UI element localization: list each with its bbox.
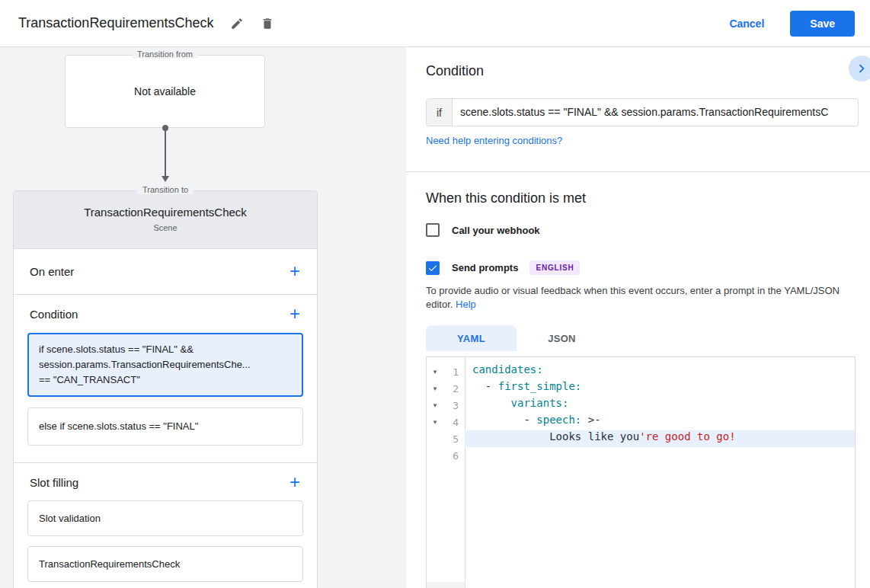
pencil-icon xyxy=(230,17,244,30)
page-title: TransactionRequirementsCheck xyxy=(18,15,213,31)
transition-from-label: Transition from xyxy=(132,50,198,59)
chevron-right-icon xyxy=(853,60,870,77)
condition-line: == "CAN_TRANSACT" xyxy=(39,372,292,388)
editor-tabs: YAML JSON xyxy=(426,325,607,351)
scene-card-header: TransactionRequirementsCheck Scene xyxy=(14,191,317,249)
connector-dot xyxy=(162,125,168,131)
send-prompts-checkbox-row[interactable]: Send prompts ENGLISH xyxy=(426,260,580,275)
slot-item[interactable]: Slot validation xyxy=(27,500,303,536)
check-icon xyxy=(427,263,438,273)
edit-title-button[interactable] xyxy=(227,14,247,34)
if-label: if xyxy=(427,99,453,126)
arrowhead-icon xyxy=(162,176,169,182)
diagram-panel: Transition from Not available Transition… xyxy=(0,47,406,588)
condition-line: if scene.slots.status == "FINAL" && xyxy=(39,342,292,357)
condition-item[interactable]: else if scene.slots.status == "FINAL" xyxy=(27,407,303,446)
prompt-description: To provide audio or visual feedback when… xyxy=(426,284,856,312)
fold-arrow-icon[interactable]: ▾ xyxy=(427,401,443,409)
tab-yaml[interactable]: YAML xyxy=(426,325,517,351)
condition-item-selected[interactable]: if scene.slots.status == "FINAL" && sess… xyxy=(27,333,303,397)
code-editor[interactable]: ▾1candidates:▾2 - first_simple:▾3 varian… xyxy=(426,356,856,588)
condition-section-label: Condition xyxy=(27,308,78,321)
code-line: Looks like you're good to go! xyxy=(465,430,855,447)
code-line: - first_simple: xyxy=(465,380,855,397)
line-number: 1 xyxy=(443,366,465,378)
add-condition-button[interactable]: + xyxy=(286,305,303,322)
editor-line[interactable]: ▾4 - speech: >- xyxy=(427,414,855,430)
send-prompts-label: Send prompts xyxy=(452,262,518,273)
topbar: TransactionRequirementsCheck Cancel Save xyxy=(0,0,870,47)
line-number: 5 xyxy=(443,433,465,445)
line-number: 6 xyxy=(443,450,465,462)
tab-json[interactable]: JSON xyxy=(517,325,607,351)
trash-icon xyxy=(261,17,274,30)
code-line: candidates: xyxy=(465,363,855,380)
cancel-button[interactable]: Cancel xyxy=(729,18,764,30)
topbar-actions: Cancel Save xyxy=(729,11,855,37)
fold-arrow-icon[interactable]: ▾ xyxy=(427,368,443,375)
editor-line[interactable]: ▾3 variants: xyxy=(427,397,855,414)
condition-line: else if scene.slots.status == "FINAL" xyxy=(39,419,292,434)
line-number: 4 xyxy=(443,417,465,428)
connector-line xyxy=(165,131,166,176)
scene-subtitle: Scene xyxy=(14,223,317,232)
detail-panel: Condition if scene.slots.status == "FINA… xyxy=(406,47,870,588)
topbar-title-group: TransactionRequirementsCheck xyxy=(18,14,277,34)
editor-line[interactable]: 5 Looks like you're good to go! xyxy=(427,430,855,447)
fold-arrow-icon[interactable]: ▾ xyxy=(427,418,443,426)
section-divider xyxy=(406,171,870,172)
prompt-description-text: To provide audio or visual feedback when… xyxy=(426,285,840,310)
scene-card: Transition to TransactionRequirementsChe… xyxy=(13,190,318,588)
slot-filling-section: Slot filling + Slot validation Transacti… xyxy=(14,463,317,588)
fold-arrow-icon[interactable]: ▾ xyxy=(427,385,443,392)
webhook-checkbox-row[interactable]: Call your webhook xyxy=(426,223,540,237)
transition-from-box[interactable]: Transition from Not available xyxy=(65,55,265,128)
on-enter-label: On enter xyxy=(27,265,74,278)
editor-line[interactable]: ▾2 - first_simple: xyxy=(427,380,855,397)
condition-heading: Condition xyxy=(426,63,484,79)
transition-arrow xyxy=(162,125,169,182)
editor-line[interactable]: ▾1candidates: xyxy=(427,363,855,380)
transition-to-label: Transition to xyxy=(137,185,194,194)
send-prompts-checkbox[interactable] xyxy=(426,261,440,275)
webhook-checkbox[interactable] xyxy=(426,223,440,237)
delete-scene-button[interactable] xyxy=(257,14,277,34)
language-badge: ENGLISH xyxy=(529,260,580,275)
code-line xyxy=(465,447,855,464)
collapse-panel-button[interactable] xyxy=(849,56,870,81)
editor-line[interactable]: 6 xyxy=(427,447,855,464)
save-button[interactable]: Save xyxy=(790,11,855,37)
conditions-help-link[interactable]: Need help entering conditions? xyxy=(426,135,562,146)
editor-scrollbar-corner[interactable] xyxy=(427,582,465,588)
code-line: variants: xyxy=(465,397,855,414)
code-line: - speech: >- xyxy=(465,414,855,430)
line-number: 3 xyxy=(443,400,465,411)
condition-line: session.params.TransactionRequirementsCh… xyxy=(39,357,292,372)
code-editor-lines: ▾1candidates:▾2 - first_simple:▾3 varian… xyxy=(427,357,855,464)
condition-expression-input[interactable]: scene.slots.status == "FINAL" && session… xyxy=(453,99,858,126)
slot-item[interactable]: TransactionRequirementsCheck xyxy=(27,546,303,582)
line-number: 2 xyxy=(443,383,465,395)
slot-filling-label: Slot filling xyxy=(27,476,78,489)
add-slot-button[interactable]: + xyxy=(286,474,303,491)
when-met-heading: When this condition is met xyxy=(426,190,586,206)
condition-input-group: if scene.slots.status == "FINAL" && sess… xyxy=(426,98,859,126)
help-link[interactable]: Help xyxy=(456,299,476,310)
on-enter-section: On enter + xyxy=(14,249,317,295)
condition-section: Condition + if scene.slots.status == "FI… xyxy=(14,295,317,463)
webhook-label: Call your webhook xyxy=(452,225,540,236)
transition-from-value: Not available xyxy=(134,85,196,97)
scene-title: TransactionRequirementsCheck xyxy=(14,206,317,219)
add-on-enter-button[interactable]: + xyxy=(286,263,303,280)
